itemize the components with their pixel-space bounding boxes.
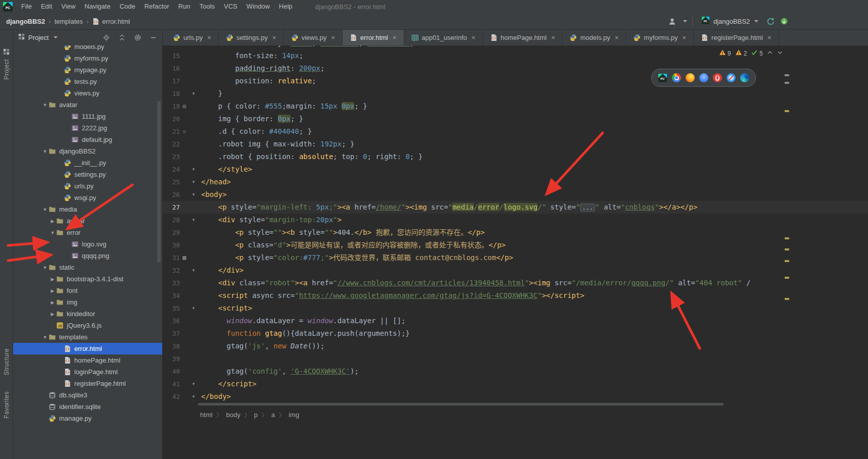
close-icon[interactable]: × <box>683 34 687 41</box>
fold-icon[interactable]: ▾ <box>192 381 195 386</box>
close-icon[interactable]: × <box>393 34 397 41</box>
tree-item-manage.py[interactable]: manage.py <box>13 413 162 424</box>
tree-item-tests.py[interactable]: tests.py <box>13 76 162 87</box>
collapse-all-icon[interactable] <box>118 34 126 41</box>
tab-registerPage.html[interactable]: registerPage.html× <box>694 29 779 45</box>
fold-icon[interactable]: ▾ <box>192 268 195 273</box>
tree-item-error[interactable]: ▼error <box>13 227 162 238</box>
fold-icon[interactable]: ▾ <box>192 192 195 197</box>
stripe-mark[interactable] <box>785 82 789 84</box>
pycharm-icon[interactable]: PC <box>658 73 667 83</box>
chevron-down-icon[interactable]: ▼ <box>41 149 49 154</box>
previous-problem-icon[interactable] <box>767 49 773 57</box>
chrome-icon[interactable] <box>672 73 681 82</box>
tab-urls.py[interactable]: urls.py× <box>166 29 219 45</box>
tree-item-static[interactable]: ▼static <box>13 262 162 273</box>
tab-app01_userinfo[interactable]: app01_userinfo× <box>404 29 483 45</box>
fold-icon[interactable]: ▾ <box>192 91 195 96</box>
tree-item-loginPage.html[interactable]: loginPage.html <box>13 366 162 378</box>
tree-item-wsgi.py[interactable]: wsgi.py <box>13 192 162 203</box>
tab-error.html[interactable]: error.html× <box>343 29 404 45</box>
menu-navigate[interactable]: Navigate <box>80 0 115 13</box>
tree-item-identifier.sqlite[interactable]: identifier.sqlite <box>13 401 162 413</box>
code-line-27[interactable]: 27 <p style="margin-left: 5px;"><a href=… <box>163 201 868 214</box>
tree-item-avatar[interactable]: ▶avatar <box>13 215 162 227</box>
menu-view[interactable]: View <box>57 0 80 13</box>
tab-views.py[interactable]: views.py× <box>284 29 343 45</box>
menu-tools[interactable]: Tools <box>195 0 219 13</box>
breadcrumb-templates[interactable]: templates <box>55 18 83 25</box>
user-icon[interactable] <box>668 17 677 26</box>
code-line-28[interactable]: 28▾ <div style="margin-top:20px"> <box>163 214 868 226</box>
chevron-right-icon[interactable]: ▶ <box>49 312 56 317</box>
fold-icon[interactable]: ▾ <box>192 179 195 184</box>
tree-item-urls.py[interactable]: urls.py <box>13 180 162 192</box>
menu-code[interactable]: Code <box>115 0 140 13</box>
stripe-mark[interactable] <box>785 74 789 76</box>
chevron-right-icon[interactable]: ▶ <box>49 277 56 282</box>
chevron-down-icon[interactable]: ▼ <box>41 335 49 340</box>
next-problem-icon[interactable] <box>777 49 783 57</box>
opera-icon[interactable] <box>713 73 722 82</box>
chevron-right-icon[interactable]: ▶ <box>49 288 56 293</box>
code-line-29[interactable]: 29 <p style=""><b style="">404.</b> 抱歉，您… <box>163 226 868 239</box>
code-editor[interactable]: 14 font-family: Arial, Helvetica, sans-s… <box>163 45 868 459</box>
chevron-down-icon[interactable] <box>54 36 58 38</box>
inspection-widget[interactable]: 9 2 5 <box>719 49 783 58</box>
green-status-icon[interactable] <box>780 17 788 25</box>
code-line-38[interactable]: 38 gtag('js', new Date()); <box>163 340 868 352</box>
breadcrumb-html[interactable]: html <box>200 411 213 419</box>
tab-models.py[interactable]: models.py× <box>562 29 626 45</box>
tree-item-1111.jpg[interactable]: 1111.jpg <box>13 111 162 122</box>
close-icon[interactable]: × <box>272 34 276 41</box>
tree-item-img[interactable]: ▶img <box>13 296 162 308</box>
close-icon[interactable]: × <box>615 34 619 41</box>
tree-item-settings.py[interactable]: settings.py <box>13 169 162 180</box>
close-icon[interactable]: × <box>207 34 211 41</box>
tab-homePage.html[interactable]: homePage.html× <box>483 29 563 45</box>
chevron-down-icon[interactable]: ▼ <box>41 207 49 212</box>
tree-item-myforms.py[interactable]: myforms.py <box>13 53 162 64</box>
code-line-19[interactable]: 19 p { color: #555;margin: 15px 0px; } <box>163 100 868 113</box>
code-line-17[interactable]: 17 position: relative; <box>163 75 868 87</box>
tree-item-font[interactable]: ▶font <box>13 285 162 296</box>
chevron-down-icon[interactable]: ▼ <box>41 265 49 270</box>
code-line-35[interactable]: 35▾ <script> <box>163 302 868 315</box>
tool-button-structure[interactable]: Structure <box>0 348 13 375</box>
close-icon[interactable]: × <box>767 34 771 41</box>
project-panel-title[interactable]: Project <box>28 34 49 41</box>
edge-icon[interactable] <box>740 73 749 82</box>
stripe-mark[interactable] <box>785 110 789 112</box>
fold-icon[interactable]: ▾ <box>192 305 195 311</box>
code-line-34[interactable]: 34 <script async src="https://www.google… <box>163 289 868 302</box>
tree-item-mypage.py[interactable]: mypage.py <box>13 64 162 76</box>
stripe-mark[interactable] <box>785 298 789 300</box>
tree-item-db.sqlite3[interactable]: db.sqlite3 <box>13 389 162 401</box>
code-line-33[interactable]: 33 <div class="robot"><a href="//www.cnb… <box>163 277 868 289</box>
menu-file[interactable]: File <box>17 0 36 13</box>
stripe-mark[interactable] <box>785 260 789 262</box>
tree-item-djangoBBS2[interactable]: ▼djangoBBS2 <box>13 145 162 157</box>
safari-icon[interactable] <box>727 73 736 82</box>
tree-item-bootstrap-3.4.1-dist[interactable]: ▶bootstrap-3.4.1-dist <box>13 273 162 285</box>
stripe-mark[interactable] <box>785 237 789 239</box>
tree-item-default.jpg[interactable]: default.jpg <box>13 134 162 145</box>
run-configuration-select[interactable]: PC djangoBBS2 <box>698 15 761 28</box>
chromium-icon[interactable] <box>699 73 708 82</box>
code-line-39[interactable]: 39 <box>163 352 868 365</box>
chevron-right-icon[interactable]: ▶ <box>49 300 56 305</box>
chevron-down-icon[interactable]: ▼ <box>49 230 56 235</box>
tree-item-jQuery3.6.js[interactable]: JSjQuery3.6.js <box>13 320 162 331</box>
breadcrumb-img[interactable]: img <box>288 411 299 419</box>
refresh-icon[interactable] <box>766 17 775 26</box>
fold-icon[interactable]: ▾ <box>192 217 195 222</box>
breadcrumb-error.html[interactable]: error.html <box>92 18 130 25</box>
code-line-41[interactable]: 41▾ </script> <box>163 378 868 390</box>
breadcrumb-a[interactable]: a <box>271 411 275 419</box>
menu-help[interactable]: Help <box>274 0 297 13</box>
close-icon[interactable]: × <box>331 34 335 41</box>
code-line-36[interactable]: 36 window.dataLayer = window.dataLayer |… <box>163 315 868 327</box>
code-line-32[interactable]: 32▾ </div> <box>163 264 868 277</box>
tree-item-media[interactable]: ▼media <box>13 203 162 215</box>
code-line-37[interactable]: 37 function gtag(){dataLayer.push(argume… <box>163 327 868 340</box>
